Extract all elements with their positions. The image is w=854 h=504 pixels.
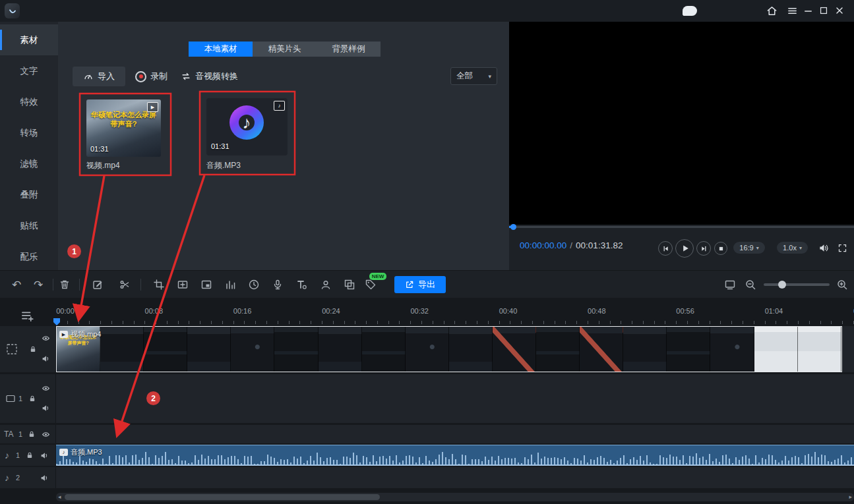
sidebar: 素材 文字 特效 转场 滤镜 叠附 贴纸 配乐 bbox=[0, 22, 58, 270]
mute-icon[interactable] bbox=[41, 354, 50, 363]
track-lane-video-1[interactable] bbox=[56, 374, 854, 423]
filter-dropdown[interactable]: 全部 ▾ bbox=[450, 67, 497, 85]
text-to-speech-button[interactable] bbox=[293, 277, 309, 293]
timeline: 00:0000:0800:1600:2400:3200:4000:4800:56… bbox=[0, 298, 854, 504]
new-badge: NEW bbox=[369, 273, 386, 280]
tab-backgrounds[interactable]: 背景样例 bbox=[317, 42, 381, 57]
track-header-audio-1: ♪ 1 bbox=[0, 445, 56, 466]
split-button[interactable] bbox=[117, 277, 133, 293]
sidebar-item-transitions[interactable]: 转场 bbox=[0, 117, 58, 148]
duration-button[interactable] bbox=[246, 277, 262, 293]
zoom-slider-thumb[interactable] bbox=[778, 281, 786, 289]
record-button[interactable]: 录制 bbox=[135, 67, 168, 86]
sidebar-item-label: 配乐 bbox=[20, 251, 38, 263]
video-viewport[interactable] bbox=[509, 22, 854, 225]
import-button[interactable]: 导入 bbox=[73, 67, 125, 86]
filmstrip-cell bbox=[187, 327, 231, 372]
play-button[interactable] bbox=[675, 239, 694, 258]
voiceover-button[interactable] bbox=[270, 277, 286, 293]
redo-button[interactable]: ↷ bbox=[30, 277, 46, 293]
menu-button[interactable] bbox=[785, 3, 799, 18]
fit-timeline-button[interactable] bbox=[722, 277, 738, 293]
audio-levels-button[interactable] bbox=[222, 277, 238, 293]
timeline-audio-clip[interactable]: ♪ 音频.MP3 bbox=[56, 445, 854, 466]
stop-button[interactable] bbox=[714, 242, 727, 255]
video-item-name: 视频.mp4 bbox=[86, 160, 120, 171]
keying-button[interactable] bbox=[318, 277, 334, 293]
sidebar-item-music[interactable]: 配乐 bbox=[0, 241, 58, 272]
annotation-step-2: 2 bbox=[146, 391, 160, 405]
filter-value: 全部 bbox=[456, 70, 473, 82]
cloud-icon[interactable] bbox=[683, 6, 697, 16]
lock-icon[interactable] bbox=[28, 394, 37, 403]
overlay-template-button[interactable] bbox=[342, 277, 357, 293]
lock-icon[interactable] bbox=[28, 345, 38, 354]
convert-button[interactable]: 音视频转换 bbox=[181, 67, 238, 86]
scrollbar-thumb[interactable] bbox=[65, 494, 380, 500]
ruler-label: 00:48 bbox=[588, 307, 606, 315]
eye-icon[interactable] bbox=[41, 333, 50, 343]
home-button[interactable] bbox=[764, 3, 779, 18]
close-button[interactable] bbox=[832, 3, 847, 18]
edit-button[interactable] bbox=[90, 277, 106, 293]
eye-icon[interactable] bbox=[41, 430, 50, 439]
zoom-slider[interactable] bbox=[764, 283, 830, 286]
step-forward-button[interactable] bbox=[696, 241, 711, 256]
track-header-video-1: 1 bbox=[0, 374, 56, 423]
minimize-button[interactable] bbox=[801, 3, 815, 18]
lock-icon[interactable] bbox=[25, 451, 34, 460]
seek-bar[interactable] bbox=[509, 226, 854, 228]
sidebar-item-effects[interactable]: 特效 bbox=[0, 86, 58, 117]
filmstrip-cell bbox=[580, 327, 623, 372]
track-lane-text-1[interactable] bbox=[56, 425, 854, 443]
zoom-in-button[interactable] bbox=[834, 277, 850, 293]
timeline-video-clip[interactable]: 华硕笔记本怎么录屏带声音? ▶ 视频.mp4 bbox=[56, 326, 842, 372]
speed-dropdown[interactable]: 1.0x ▾ bbox=[777, 242, 808, 254]
playhead-dot[interactable] bbox=[510, 224, 516, 230]
export-button[interactable]: 导出 bbox=[394, 276, 446, 293]
mute-icon[interactable] bbox=[40, 473, 49, 482]
time-ruler[interactable]: 00:0000:0800:1600:2400:3200:4000:4800:56… bbox=[56, 298, 854, 325]
media-item-audio[interactable]: ♪ ♪ 01:31 音频.MP3 bbox=[206, 98, 288, 172]
track-header-audio-2: ♪ 2 bbox=[0, 467, 56, 488]
tab-local-media[interactable]: 本地素材 bbox=[189, 42, 253, 57]
track-lane-audio-2[interactable] bbox=[56, 467, 854, 488]
sidebar-item-text[interactable]: 文字 bbox=[0, 55, 58, 86]
aspect-ratio-dropdown[interactable]: 16:9 ▾ bbox=[733, 242, 765, 254]
media-item-video[interactable]: 华硕笔记本怎么录屏带声音? ▶ 01:31 视频.mp4 bbox=[86, 99, 161, 172]
scroll-left-icon[interactable]: ◂ bbox=[58, 493, 61, 501]
music-disc-icon: ♪ bbox=[229, 105, 264, 140]
delete-button[interactable] bbox=[57, 277, 73, 293]
waveform bbox=[56, 452, 854, 465]
pip-button[interactable] bbox=[198, 277, 214, 293]
timeline-scrollbar[interactable]: ◂ ▸ bbox=[56, 493, 854, 501]
video-duration: 01:31 bbox=[90, 145, 109, 153]
tab-intros[interactable]: 精美片头 bbox=[253, 42, 317, 57]
step-back-button[interactable] bbox=[658, 241, 673, 256]
track-number: 1 bbox=[18, 395, 22, 403]
app-logo[interactable] bbox=[5, 3, 20, 18]
maximize-button[interactable] bbox=[816, 3, 831, 18]
mute-icon[interactable] bbox=[40, 451, 49, 460]
sidebar-item-stickers[interactable]: 贴纸 bbox=[0, 210, 58, 241]
ruler-label: 00:08 bbox=[145, 307, 164, 315]
add-track-button[interactable] bbox=[18, 307, 36, 324]
export-icon bbox=[405, 280, 414, 289]
sidebar-item-overlay[interactable]: 叠附 bbox=[0, 179, 58, 210]
zoom-out-button[interactable] bbox=[743, 277, 758, 293]
main-track-icon bbox=[5, 343, 18, 356]
eye-icon[interactable] bbox=[41, 383, 50, 393]
scroll-right-icon[interactable]: ▸ bbox=[849, 493, 852, 501]
lock-icon[interactable] bbox=[27, 430, 36, 439]
mute-icon[interactable] bbox=[41, 403, 50, 412]
undo-button[interactable]: ↶ bbox=[9, 277, 24, 293]
volume-button[interactable] bbox=[816, 240, 831, 255]
sidebar-item-filters[interactable]: 滤镜 bbox=[0, 148, 58, 179]
fullscreen-button[interactable] bbox=[835, 240, 849, 255]
track-number: 1 bbox=[18, 430, 22, 438]
audio-clip-name: 音频.MP3 bbox=[71, 447, 102, 457]
filmstrip-cell bbox=[798, 327, 841, 372]
sidebar-item-material[interactable]: 素材 bbox=[0, 24, 58, 55]
canvas-size-button[interactable] bbox=[175, 277, 191, 293]
crop-button[interactable] bbox=[151, 277, 167, 293]
